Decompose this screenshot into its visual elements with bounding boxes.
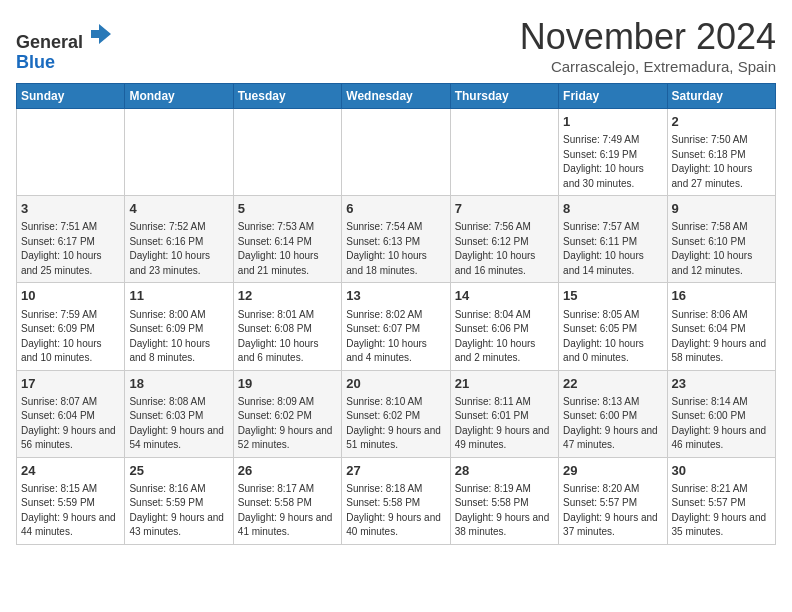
- day-cell: 11Sunrise: 8:00 AMSunset: 6:09 PMDayligh…: [125, 283, 233, 370]
- day-cell: 7Sunrise: 7:56 AMSunset: 6:12 PMDaylight…: [450, 196, 558, 283]
- day-info: Sunrise: 8:01 AMSunset: 6:08 PMDaylight:…: [238, 308, 337, 366]
- day-info: Sunrise: 7:50 AMSunset: 6:18 PMDaylight:…: [672, 133, 771, 191]
- day-info: Sunrise: 8:13 AMSunset: 6:00 PMDaylight:…: [563, 395, 662, 453]
- day-cell: 21Sunrise: 8:11 AMSunset: 6:01 PMDayligh…: [450, 370, 558, 457]
- day-number: 16: [672, 287, 771, 305]
- day-cell: 29Sunrise: 8:20 AMSunset: 5:57 PMDayligh…: [559, 457, 667, 544]
- week-row-0: 1Sunrise: 7:49 AMSunset: 6:19 PMDaylight…: [17, 109, 776, 196]
- day-number: 2: [672, 113, 771, 131]
- calendar-table: SundayMondayTuesdayWednesdayThursdayFrid…: [16, 83, 776, 545]
- day-number: 4: [129, 200, 228, 218]
- day-number: 23: [672, 375, 771, 393]
- day-number: 20: [346, 375, 445, 393]
- day-cell: 1Sunrise: 7:49 AMSunset: 6:19 PMDaylight…: [559, 109, 667, 196]
- day-info: Sunrise: 8:08 AMSunset: 6:03 PMDaylight:…: [129, 395, 228, 453]
- day-cell: 12Sunrise: 8:01 AMSunset: 6:08 PMDayligh…: [233, 283, 341, 370]
- day-cell: 19Sunrise: 8:09 AMSunset: 6:02 PMDayligh…: [233, 370, 341, 457]
- week-row-4: 24Sunrise: 8:15 AMSunset: 5:59 PMDayligh…: [17, 457, 776, 544]
- day-info: Sunrise: 7:53 AMSunset: 6:14 PMDaylight:…: [238, 220, 337, 278]
- week-row-1: 3Sunrise: 7:51 AMSunset: 6:17 PMDaylight…: [17, 196, 776, 283]
- header-thursday: Thursday: [450, 84, 558, 109]
- day-info: Sunrise: 7:52 AMSunset: 6:16 PMDaylight:…: [129, 220, 228, 278]
- day-number: 6: [346, 200, 445, 218]
- day-number: 14: [455, 287, 554, 305]
- day-info: Sunrise: 8:10 AMSunset: 6:02 PMDaylight:…: [346, 395, 445, 453]
- day-number: 10: [21, 287, 120, 305]
- logo-blue: Blue: [16, 52, 55, 72]
- day-info: Sunrise: 8:05 AMSunset: 6:05 PMDaylight:…: [563, 308, 662, 366]
- day-cell: [233, 109, 341, 196]
- day-cell: 22Sunrise: 8:13 AMSunset: 6:00 PMDayligh…: [559, 370, 667, 457]
- day-number: 12: [238, 287, 337, 305]
- header-sunday: Sunday: [17, 84, 125, 109]
- calendar-title: November 2024: [520, 16, 776, 58]
- day-info: Sunrise: 7:59 AMSunset: 6:09 PMDaylight:…: [21, 308, 120, 366]
- day-number: 18: [129, 375, 228, 393]
- header-wednesday: Wednesday: [342, 84, 450, 109]
- day-info: Sunrise: 8:04 AMSunset: 6:06 PMDaylight:…: [455, 308, 554, 366]
- day-info: Sunrise: 7:58 AMSunset: 6:10 PMDaylight:…: [672, 220, 771, 278]
- day-info: Sunrise: 8:02 AMSunset: 6:07 PMDaylight:…: [346, 308, 445, 366]
- logo-icon: [85, 20, 113, 48]
- day-cell: 6Sunrise: 7:54 AMSunset: 6:13 PMDaylight…: [342, 196, 450, 283]
- day-number: 1: [563, 113, 662, 131]
- day-cell: 24Sunrise: 8:15 AMSunset: 5:59 PMDayligh…: [17, 457, 125, 544]
- day-number: 19: [238, 375, 337, 393]
- day-number: 30: [672, 462, 771, 480]
- day-info: Sunrise: 7:51 AMSunset: 6:17 PMDaylight:…: [21, 220, 120, 278]
- day-number: 26: [238, 462, 337, 480]
- day-info: Sunrise: 8:06 AMSunset: 6:04 PMDaylight:…: [672, 308, 771, 366]
- day-cell: [17, 109, 125, 196]
- title-block: November 2024 Carrascalejo, Extremadura,…: [520, 16, 776, 75]
- day-info: Sunrise: 7:49 AMSunset: 6:19 PMDaylight:…: [563, 133, 662, 191]
- day-info: Sunrise: 7:57 AMSunset: 6:11 PMDaylight:…: [563, 220, 662, 278]
- day-info: Sunrise: 8:20 AMSunset: 5:57 PMDaylight:…: [563, 482, 662, 540]
- day-info: Sunrise: 7:56 AMSunset: 6:12 PMDaylight:…: [455, 220, 554, 278]
- calendar-header: SundayMondayTuesdayWednesdayThursdayFrid…: [17, 84, 776, 109]
- day-cell: 3Sunrise: 7:51 AMSunset: 6:17 PMDaylight…: [17, 196, 125, 283]
- day-info: Sunrise: 8:11 AMSunset: 6:01 PMDaylight:…: [455, 395, 554, 453]
- calendar-subtitle: Carrascalejo, Extremadura, Spain: [520, 58, 776, 75]
- day-info: Sunrise: 8:21 AMSunset: 5:57 PMDaylight:…: [672, 482, 771, 540]
- day-info: Sunrise: 8:14 AMSunset: 6:00 PMDaylight:…: [672, 395, 771, 453]
- header-saturday: Saturday: [667, 84, 775, 109]
- day-info: Sunrise: 7:54 AMSunset: 6:13 PMDaylight:…: [346, 220, 445, 278]
- day-cell: 14Sunrise: 8:04 AMSunset: 6:06 PMDayligh…: [450, 283, 558, 370]
- day-number: 24: [21, 462, 120, 480]
- day-number: 7: [455, 200, 554, 218]
- day-cell: 17Sunrise: 8:07 AMSunset: 6:04 PMDayligh…: [17, 370, 125, 457]
- day-number: 27: [346, 462, 445, 480]
- day-cell: 8Sunrise: 7:57 AMSunset: 6:11 PMDaylight…: [559, 196, 667, 283]
- day-cell: 27Sunrise: 8:18 AMSunset: 5:58 PMDayligh…: [342, 457, 450, 544]
- page-header: General Blue November 2024 Carrascalejo,…: [16, 16, 776, 75]
- day-cell: 26Sunrise: 8:17 AMSunset: 5:58 PMDayligh…: [233, 457, 341, 544]
- logo-general: General: [16, 32, 83, 52]
- logo: General Blue: [16, 20, 113, 73]
- day-cell: 16Sunrise: 8:06 AMSunset: 6:04 PMDayligh…: [667, 283, 775, 370]
- day-number: 15: [563, 287, 662, 305]
- header-row: SundayMondayTuesdayWednesdayThursdayFrid…: [17, 84, 776, 109]
- day-info: Sunrise: 8:09 AMSunset: 6:02 PMDaylight:…: [238, 395, 337, 453]
- day-cell: 28Sunrise: 8:19 AMSunset: 5:58 PMDayligh…: [450, 457, 558, 544]
- day-number: 5: [238, 200, 337, 218]
- day-number: 25: [129, 462, 228, 480]
- day-cell: 5Sunrise: 7:53 AMSunset: 6:14 PMDaylight…: [233, 196, 341, 283]
- header-friday: Friday: [559, 84, 667, 109]
- day-cell: 13Sunrise: 8:02 AMSunset: 6:07 PMDayligh…: [342, 283, 450, 370]
- calendar-body: 1Sunrise: 7:49 AMSunset: 6:19 PMDaylight…: [17, 109, 776, 545]
- header-tuesday: Tuesday: [233, 84, 341, 109]
- day-number: 29: [563, 462, 662, 480]
- day-info: Sunrise: 8:15 AMSunset: 5:59 PMDaylight:…: [21, 482, 120, 540]
- day-cell: 10Sunrise: 7:59 AMSunset: 6:09 PMDayligh…: [17, 283, 125, 370]
- day-number: 9: [672, 200, 771, 218]
- day-info: Sunrise: 8:17 AMSunset: 5:58 PMDaylight:…: [238, 482, 337, 540]
- day-cell: 25Sunrise: 8:16 AMSunset: 5:59 PMDayligh…: [125, 457, 233, 544]
- svg-marker-0: [91, 24, 111, 44]
- day-info: Sunrise: 8:18 AMSunset: 5:58 PMDaylight:…: [346, 482, 445, 540]
- week-row-3: 17Sunrise: 8:07 AMSunset: 6:04 PMDayligh…: [17, 370, 776, 457]
- day-cell: [342, 109, 450, 196]
- day-number: 8: [563, 200, 662, 218]
- day-cell: 30Sunrise: 8:21 AMSunset: 5:57 PMDayligh…: [667, 457, 775, 544]
- day-number: 3: [21, 200, 120, 218]
- day-cell: [125, 109, 233, 196]
